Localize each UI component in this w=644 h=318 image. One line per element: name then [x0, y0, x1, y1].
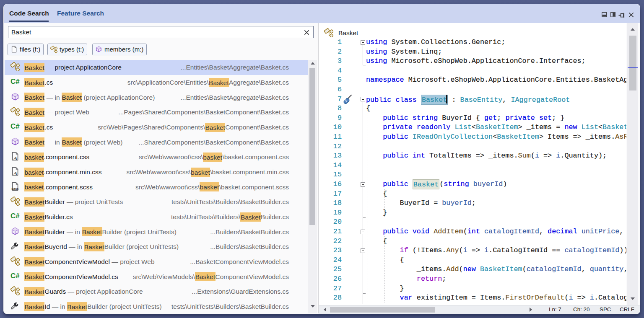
svg-text:C#: C# — [10, 272, 20, 280]
svg-text:Sass: Sass — [11, 187, 18, 191]
svg-text:C#: C# — [10, 212, 20, 220]
svg-text:C#: C# — [10, 78, 20, 85]
svg-text:C#: C# — [10, 122, 20, 130]
svg-text:A: A — [13, 170, 17, 176]
svg-text:A: A — [13, 155, 17, 161]
